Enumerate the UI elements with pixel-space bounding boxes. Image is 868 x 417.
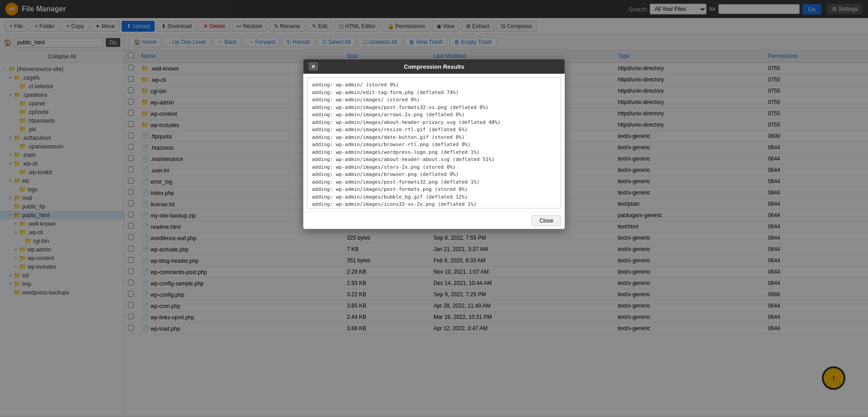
output-line: adding: wp-admin/images/about-header-pri… <box>312 119 556 127</box>
output-line: adding: wp-admin/images/post-formats.png… <box>312 186 556 194</box>
modal-body: adding: wp-admin/ (stored 0%)adding: wp-… <box>303 74 565 212</box>
compression-results-modal: × Compression Results adding: wp-admin/ … <box>303 59 565 229</box>
modal-close-button[interactable]: Close <box>532 215 561 226</box>
modal-overlay: × Compression Results adding: wp-admin/ … <box>0 0 868 416</box>
output-line: adding: wp-admin/images/bubble_bg.gif (d… <box>312 194 556 201</box>
output-line: adding: wp-admin/images/browser.png (def… <box>312 171 556 179</box>
output-line: adding: wp-admin/images/browser-rtl.png … <box>312 141 556 149</box>
output-line: adding: wp-admin/images/post-formats32.p… <box>312 179 556 186</box>
output-line: adding: wp-admin/images/icons32-vs-2x.pn… <box>312 201 556 208</box>
output-line: adding: wp-admin/images/wordpress-logo.p… <box>312 149 556 156</box>
output-line: adding: wp-admin/ (stored 0%) <box>312 81 556 89</box>
output-line: adding: wp-admin/images/date-button.gif … <box>312 134 556 142</box>
output-line: adding: wp-admin/images/resize-rtl.gif (… <box>312 126 556 134</box>
output-line: adding: wp-admin/images/post-formats32-v… <box>312 104 556 112</box>
output-line: adding: wp-admin/images/spinner.gif (def… <box>312 208 556 209</box>
output-line: adding: wp-admin/images/stars-2x.png (st… <box>312 164 556 171</box>
output-line: adding: wp-admin/images/ (stored 0%) <box>312 96 556 104</box>
modal-close-x[interactable]: × <box>309 62 318 71</box>
output-line: adding: wp-admin/images/about-header-abo… <box>312 156 556 164</box>
output-line: adding: wp-admin/images/arrows-2x.png (d… <box>312 111 556 119</box>
modal-header: × Compression Results <box>303 59 565 74</box>
modal-footer: Close <box>303 212 565 229</box>
modal-title: Compression Results <box>404 63 464 70</box>
modal-output: adding: wp-admin/ (stored 0%)adding: wp-… <box>307 77 561 208</box>
output-line: adding: wp-admin/edit-tag-form.php (defl… <box>312 89 556 97</box>
